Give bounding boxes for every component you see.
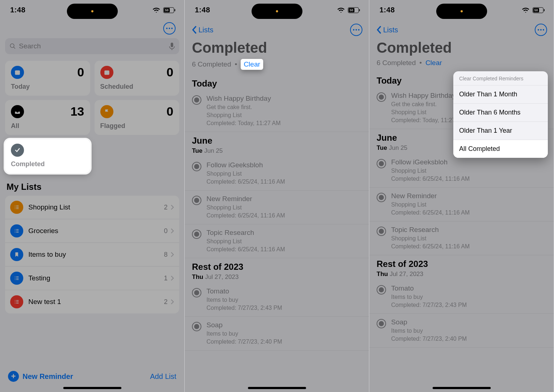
list-name: Items to buy bbox=[28, 251, 66, 259]
list-row[interactable]: Items to buy 8 bbox=[5, 243, 179, 266]
search-input[interactable]: Search bbox=[5, 38, 179, 54]
completion-circle-icon[interactable] bbox=[377, 319, 386, 328]
completion-circle-icon[interactable] bbox=[377, 92, 386, 102]
completion-circle-icon[interactable] bbox=[192, 322, 201, 331]
menu-option-older-6-months[interactable]: Older Than 6 Months bbox=[453, 104, 548, 122]
list-row[interactable]: Shopping List 2 bbox=[5, 196, 179, 219]
new-reminder-button[interactable]: + New Reminder bbox=[8, 371, 73, 382]
list-name: New test 1 bbox=[28, 298, 61, 306]
reminder-row[interactable]: Topic Research Shopping List Completed: … bbox=[185, 224, 369, 258]
list-row[interactable]: Groceries 0 bbox=[5, 219, 179, 243]
completion-circle-icon[interactable] bbox=[377, 193, 386, 202]
more-options-button[interactable] bbox=[350, 24, 362, 36]
tile-flagged[interactable]: 0 Flagged bbox=[95, 100, 180, 135]
reminder-row[interactable]: New Reminder Shopping List Completed: 6/… bbox=[185, 191, 369, 224]
reminder-row[interactable]: Soap Items to buy Completed: 7/27/23, 2:… bbox=[369, 314, 554, 348]
reminder-completed: Completed: 6/25/24, 11:16 AM bbox=[391, 209, 470, 216]
reminder-title: Soap bbox=[391, 318, 467, 326]
completion-circle-icon[interactable] bbox=[377, 159, 386, 168]
battery-icon: 58 bbox=[533, 7, 543, 13]
completion-circle-icon[interactable] bbox=[377, 227, 386, 236]
chevron-right-icon bbox=[170, 275, 174, 281]
completion-circle-icon[interactable] bbox=[192, 95, 201, 105]
reminder-row[interactable]: Tomato Items to buy Completed: 7/27/23, … bbox=[185, 283, 369, 317]
menu-option-all-completed[interactable]: All Completed bbox=[453, 140, 548, 158]
menu-header: Clear Completed Reminders bbox=[453, 71, 548, 85]
reminder-row[interactable]: Wish Happy Birthday Get the cake first. … bbox=[185, 90, 369, 132]
page-title: Completed bbox=[369, 38, 554, 57]
menu-option-older-1-year[interactable]: Older Than 1 Year bbox=[453, 122, 548, 140]
reminder-title: Tomato bbox=[391, 284, 467, 292]
completion-circle-icon[interactable] bbox=[377, 285, 386, 295]
section-subheader: Tue Jun 25 bbox=[185, 147, 369, 157]
home-indicator[interactable] bbox=[433, 387, 491, 389]
reminder-list: Shopping List bbox=[206, 204, 285, 211]
reminder-row[interactable]: Follow iGeeksbloh Shopping List Complete… bbox=[185, 157, 369, 191]
tile-scheduled-label: Scheduled bbox=[100, 83, 174, 91]
completion-circle-icon[interactable] bbox=[192, 162, 201, 171]
mic-icon[interactable] bbox=[169, 42, 175, 51]
reminder-list: Items to buy bbox=[206, 297, 282, 303]
reminder-title: Tomato bbox=[206, 287, 282, 295]
clear-button[interactable]: Clear bbox=[244, 60, 260, 68]
reminder-list: Shopping List bbox=[391, 235, 470, 242]
reminder-completed: Completed: 7/27/23, 2:40 PM bbox=[206, 339, 282, 345]
plus-icon: + bbox=[8, 371, 19, 382]
reminder-list: Shopping List bbox=[206, 171, 285, 177]
section-subheader: Thu Jul 27, 2023 bbox=[185, 273, 369, 283]
add-list-button[interactable]: Add List bbox=[150, 372, 176, 381]
mylists-header: My Lists bbox=[7, 182, 178, 192]
chevron-right-icon bbox=[170, 204, 174, 210]
completed-count: 6 Completed bbox=[377, 59, 416, 67]
section-subheader: Thu Jul 27, 2023 bbox=[369, 271, 554, 280]
tray-icon bbox=[11, 105, 24, 118]
reminder-title: Follow iGeeksbloh bbox=[206, 161, 285, 169]
svg-point-0 bbox=[10, 44, 14, 48]
reminder-list: Items to buy bbox=[391, 328, 467, 334]
tile-scheduled[interactable]: 0 Scheduled bbox=[95, 61, 180, 96]
section-header: Rest of 2023 bbox=[369, 255, 554, 271]
reminder-row[interactable]: Soap Items to buy Completed: 7/27/23, 2:… bbox=[185, 317, 369, 351]
reminder-row[interactable]: Topic Research Shopping List Completed: … bbox=[369, 221, 554, 255]
status-time: 1:48 bbox=[380, 6, 395, 14]
list-row[interactable]: New test 1 2 bbox=[5, 290, 179, 313]
tile-completed[interactable]: Completed bbox=[5, 139, 90, 173]
reminder-row[interactable]: New Reminder Shopping List Completed: 6/… bbox=[369, 188, 554, 221]
svg-rect-4 bbox=[15, 70, 20, 72]
home-indicator[interactable] bbox=[248, 387, 306, 389]
checkmark-icon bbox=[11, 144, 24, 157]
reminder-title: Follow iGeeksbloh bbox=[391, 158, 470, 166]
more-options-button[interactable] bbox=[163, 22, 176, 35]
back-button[interactable]: Lists bbox=[191, 26, 213, 34]
tile-all[interactable]: 13 All bbox=[5, 100, 90, 135]
chevron-right-icon bbox=[170, 299, 174, 305]
wifi-icon bbox=[337, 7, 345, 13]
screen-clear-menu: 1:48 58 Lists Completed 6 Completed • Cl… bbox=[369, 0, 554, 392]
clear-button[interactable]: Clear bbox=[425, 59, 442, 67]
completion-circle-icon[interactable] bbox=[192, 196, 201, 205]
list-count: 0 bbox=[164, 227, 168, 235]
battery-icon: 58 bbox=[348, 7, 359, 13]
reminder-list: Items to buy bbox=[206, 331, 282, 337]
search-placeholder: Search bbox=[19, 42, 41, 50]
reminder-title: Topic Research bbox=[391, 226, 470, 234]
back-label: Lists bbox=[383, 26, 398, 34]
reminder-list: Shopping List bbox=[391, 201, 470, 208]
search-icon bbox=[9, 43, 16, 49]
list-row[interactable]: Testing 1 bbox=[5, 266, 179, 290]
more-options-button[interactable] bbox=[535, 24, 547, 36]
reminder-row[interactable]: Tomato Items to buy Completed: 7/27/23, … bbox=[369, 280, 554, 314]
tile-all-count: 13 bbox=[71, 104, 84, 119]
back-button[interactable]: Lists bbox=[376, 26, 398, 34]
chevron-left-icon bbox=[191, 26, 197, 34]
tile-today[interactable]: 0 Today bbox=[5, 61, 90, 96]
reminder-completed: Completed: 6/25/24, 11:16 AM bbox=[206, 179, 285, 185]
home-indicator[interactable] bbox=[63, 387, 121, 389]
wifi-icon bbox=[522, 7, 530, 13]
completion-circle-icon[interactable] bbox=[192, 229, 201, 239]
chevron-right-icon bbox=[170, 228, 174, 234]
reminder-completed: Completed: 7/27/23, 2:43 PM bbox=[391, 302, 467, 308]
menu-option-older-1-month[interactable]: Older Than 1 Month bbox=[453, 85, 548, 104]
reminder-row[interactable]: Follow iGeeksbloh Shopping List Complete… bbox=[369, 154, 554, 188]
completion-circle-icon[interactable] bbox=[192, 288, 201, 297]
